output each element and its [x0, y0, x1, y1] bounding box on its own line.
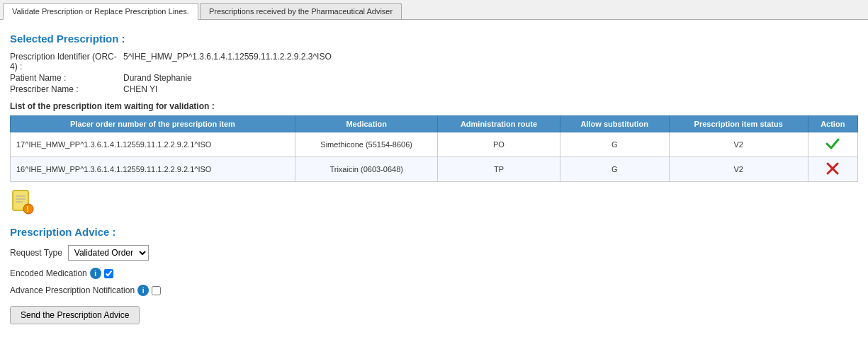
medication-cell: Simethicone (55154-8606)	[295, 132, 438, 157]
document-notes-icon: !	[10, 189, 35, 215]
advance-notification-checkbox[interactable]	[152, 286, 161, 295]
col-header-medication: Medication	[295, 116, 438, 132]
request-type-row: Request Type Validated Order Other	[10, 245, 858, 261]
encoded-medication-label: Encoded Medication	[10, 268, 87, 278]
prescription-id-label: Prescription Identifier (ORC-4) :	[10, 52, 123, 72]
col-header-placer: Placer order number of the prescription …	[11, 116, 295, 132]
svg-text:!: !	[26, 205, 28, 213]
prescription-advice-section: Prescription Advice : Request Type Valid…	[10, 226, 858, 324]
col-header-action: Action	[808, 116, 857, 132]
main-content: Selected Prescription : Prescription Ide…	[0, 20, 868, 331]
tab-received[interactable]: Prescriptions received by the Pharmaceut…	[200, 3, 402, 19]
patient-name-label: Patient Name :	[10, 73, 123, 83]
selected-prescription-section: Selected Prescription : Prescription Ide…	[10, 33, 858, 94]
table-row: 17^IHE_HMW_PP^1.3.6.1.4.1.12559.11.1.2.2…	[11, 132, 858, 157]
encoded-medication-row: Encoded Medication i	[10, 268, 858, 279]
prescription-advice-title: Prescription Advice :	[10, 226, 858, 238]
prescription-id-row: Prescription Identifier (ORC-4) : 5^IHE_…	[10, 52, 858, 72]
tab-bar: Validate Prescription or Replace Prescri…	[0, 0, 868, 20]
action-cell[interactable]	[808, 157, 857, 182]
status-cell: V2	[669, 157, 808, 182]
allow-sub-cell: G	[560, 157, 669, 182]
patient-name-row: Patient Name : Durand Stephanie	[10, 73, 858, 83]
list-title: List of the prescription item waiting fo…	[10, 101, 858, 111]
prescriber-name-value: CHEN YI	[123, 84, 157, 94]
advance-notification-row: Advance Prescription Notification i	[10, 285, 858, 296]
col-header-allow-sub: Allow substitution	[560, 116, 669, 132]
invalid-cross-icon	[825, 161, 840, 176]
advance-notification-info-icon[interactable]: i	[137, 285, 149, 296]
valid-checkmark-icon	[825, 136, 840, 152]
prescription-items-table: Placer order number of the prescription …	[10, 115, 858, 182]
action-cell[interactable]	[808, 132, 857, 157]
allow-sub-cell: G	[560, 132, 669, 157]
send-prescription-advice-button[interactable]: Send the Prescription Advice	[10, 306, 140, 324]
col-header-status: Prescription item status	[669, 116, 808, 132]
request-type-select[interactable]: Validated Order Other	[68, 245, 149, 261]
encoded-medication-info-icon[interactable]: i	[90, 268, 101, 279]
advance-notification-label: Advance Prescription Notification	[10, 285, 135, 295]
selected-prescription-title: Selected Prescription :	[10, 33, 858, 45]
patient-name-value: Durand Stephanie	[123, 73, 192, 83]
admin-route-cell: TP	[438, 157, 560, 182]
placer-cell: 17^IHE_HMW_PP^1.3.6.1.4.1.12559.11.1.2.2…	[11, 132, 295, 157]
prescriber-name-row: Prescriber Name : CHEN YI	[10, 84, 858, 94]
placer-cell: 16^IHE_HMW_PP^1.3.6.1.4.1.12559.11.1.2.2…	[11, 157, 295, 182]
col-header-admin-route: Administration route	[438, 116, 560, 132]
status-cell: V2	[669, 132, 808, 157]
encoded-medication-checkbox[interactable]	[104, 269, 113, 278]
prescription-id-value: 5^IHE_HMW_PP^1.3.6.1.4.1.12559.11.1.2.2.…	[123, 52, 332, 72]
medication-cell: Trixaicin (0603-0648)	[295, 157, 438, 182]
table-row: 16^IHE_HMW_PP^1.3.6.1.4.1.12559.11.1.2.2…	[11, 157, 858, 182]
admin-route-cell: PO	[438, 132, 560, 157]
tab-validate[interactable]: Validate Prescription or Replace Prescri…	[3, 3, 198, 20]
prescriber-name-label: Prescriber Name :	[10, 84, 123, 94]
document-icon-area: !	[10, 189, 858, 215]
request-type-label: Request Type	[10, 248, 62, 258]
